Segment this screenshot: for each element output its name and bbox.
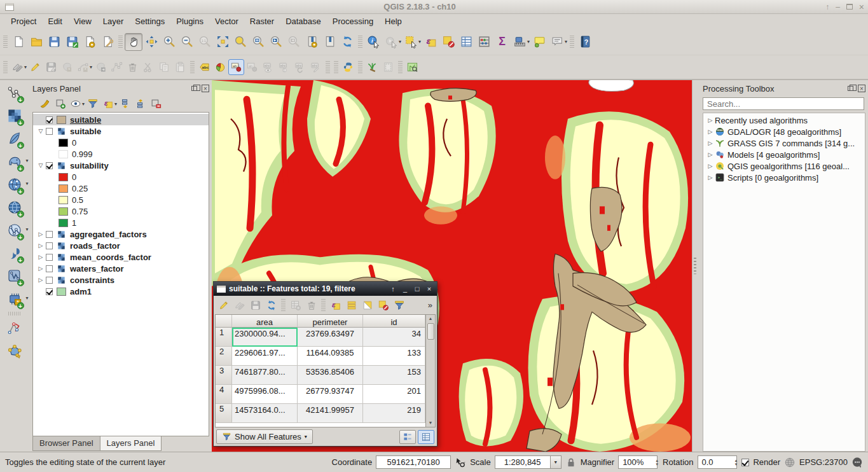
expander-icon[interactable]: ▷: [36, 265, 46, 272]
pan-to-selection-icon[interactable]: [142, 33, 160, 51]
layer-checkbox[interactable]: [46, 128, 53, 135]
cell-area[interactable]: 4975996.08...: [232, 385, 298, 404]
legend-entry[interactable]: 0: [33, 137, 209, 148]
add-wms-layer-icon[interactable]: +: [2, 196, 27, 219]
text-annotation-icon[interactable]: [548, 33, 566, 51]
table-row[interactable]: 44975996.08...26779.93747201: [216, 385, 425, 404]
close-panel-button[interactable]: ×: [858, 85, 865, 92]
layer-checkbox[interactable]: [46, 277, 53, 284]
refresh-map-icon[interactable]: [338, 33, 356, 51]
scroll-down-arrow[interactable]: ▼: [429, 419, 433, 427]
menu-plugins[interactable]: Plugins: [170, 15, 209, 27]
row-number[interactable]: 5: [216, 404, 232, 423]
expander-icon[interactable]: ▽: [36, 128, 46, 134]
show-all-features-button[interactable]: Show All Features ▾: [216, 429, 313, 444]
scroll-up-arrow[interactable]: ▲: [429, 315, 433, 323]
render-checkbox[interactable]: [741, 459, 749, 466]
add-delimited-text-layer-icon[interactable]: +: [2, 242, 27, 265]
expander-icon[interactable]: ▷: [36, 242, 46, 249]
add-wfs-layer-icon[interactable]: +▾: [2, 219, 27, 242]
invert-selection-icon[interactable]: [359, 298, 375, 313]
zoom-full-icon[interactable]: [214, 33, 231, 51]
algorithm-group[interactable]: ▷Recently used algorithms: [703, 115, 865, 126]
add-group-icon[interactable]: [53, 96, 68, 111]
table-row[interactable]: 37461877.80...53536.85406153: [216, 366, 425, 385]
tab-layers-panel[interactable]: Layers Panel: [100, 436, 162, 451]
layer-diagram-icon[interactable]: [212, 59, 228, 75]
rotation-spinner[interactable]: ▲▼: [734, 456, 738, 469]
current-edits-icon[interactable]: [10, 59, 25, 75]
manage-visibility-icon[interactable]: [68, 96, 83, 111]
layer-checkbox[interactable]: [46, 288, 53, 295]
menu-vector[interactable]: Vector: [209, 15, 244, 27]
zoom-to-selection-icon[interactable]: [231, 33, 249, 51]
menu-edit[interactable]: Edit: [42, 15, 67, 27]
cell-area[interactable]: 2296061.97...: [232, 347, 298, 366]
menu-help[interactable]: Help: [379, 15, 408, 27]
restore-button[interactable]: [846, 4, 853, 10]
lock-scale-icon[interactable]: [565, 457, 577, 468]
cell-id[interactable]: 201: [363, 385, 425, 404]
crs-label[interactable]: EPSG:23700: [799, 457, 848, 467]
cell-area[interactable]: 2300000.94...: [232, 328, 298, 347]
dialog-shade-button[interactable]: ↑: [389, 284, 397, 293]
open-attribute-table-icon[interactable]: [457, 33, 475, 51]
dialog-minimize-button[interactable]: _: [401, 284, 410, 293]
dialog-close-button[interactable]: ×: [425, 284, 434, 293]
algorithm-group[interactable]: ▷GRASS GIS 7 commands [314 g...: [703, 137, 865, 149]
legend-entry[interactable]: 0.5: [33, 194, 209, 205]
geometry-tool-icon[interactable]: [2, 340, 27, 363]
menu-database[interactable]: Database: [280, 15, 327, 27]
map-tips-icon[interactable]: [530, 33, 548, 51]
legend-entry[interactable]: 0: [33, 171, 209, 183]
attribute-dialog-titlebar[interactable]: suitable :: Features total: 19, filtere …: [214, 282, 437, 296]
select-by-expression-icon[interactable]: ε: [422, 33, 439, 51]
processing-search[interactable]: [703, 97, 864, 110]
layer-item-suitable[interactable]: suitable: [33, 114, 209, 125]
pan-map-icon[interactable]: [125, 33, 142, 51]
form-view-toggle[interactable]: [399, 430, 416, 444]
layer-checkbox[interactable]: [46, 116, 53, 123]
menu-settings[interactable]: Settings: [129, 15, 170, 27]
zoom-out-icon[interactable]: [178, 33, 196, 51]
add-mssql-layer-icon[interactable]: +▾: [2, 173, 27, 196]
mouse-extent-toggle-icon[interactable]: [455, 457, 466, 468]
scroll-thumb[interactable]: [427, 323, 434, 340]
layer-item-aggregated_factors[interactable]: ▷aggregated_factors: [33, 228, 209, 240]
expander-icon[interactable]: ▷: [706, 117, 715, 123]
expand-all-icon[interactable]: [118, 96, 133, 111]
expander-icon[interactable]: ▷: [706, 140, 715, 146]
magnifier-spinner[interactable]: ▲▼: [655, 456, 659, 469]
toggle-editing-icon[interactable]: [27, 59, 43, 75]
identify-features-icon[interactable]: i: [364, 33, 382, 51]
legend-entry[interactable]: 0.25: [33, 183, 209, 194]
select-all-icon[interactable]: [343, 298, 359, 313]
add-postgis-layer-icon[interactable]: +▾: [2, 150, 27, 173]
toolbar-overflow-button[interactable]: »: [425, 300, 435, 310]
close-panel-button[interactable]: ×: [202, 85, 209, 92]
table-view-toggle[interactable]: [418, 430, 434, 444]
osm-place-search-icon[interactable]: [404, 59, 420, 75]
filter-select-icon[interactable]: [391, 298, 407, 313]
dropdown-caret-icon[interactable]: ▾: [25, 181, 28, 186]
python-console-icon[interactable]: [340, 59, 356, 75]
layer-styling-icon[interactable]: [38, 96, 53, 111]
cell-perimeter[interactable]: 26779.93747: [298, 385, 363, 404]
expander-icon[interactable]: ▷: [706, 128, 715, 135]
measure-icon[interactable]: [511, 33, 528, 51]
expander-icon[interactable]: ▷: [36, 254, 46, 260]
deselect-all-icon[interactable]: [375, 298, 391, 313]
menu-layer[interactable]: Layer: [97, 15, 130, 27]
cell-area[interactable]: 14573164.0...: [232, 404, 298, 423]
row-number[interactable]: 2: [216, 347, 232, 366]
check-geometries-icon[interactable]: [2, 317, 27, 340]
show-bookmarks-icon[interactable]: [320, 33, 338, 51]
add-vector-layer-icon[interactable]: +: [2, 81, 27, 104]
magnifier-input[interactable]: 100%: [618, 455, 658, 469]
table-row[interactable]: 514573164.0...42141.99957219: [216, 404, 425, 423]
expander-icon[interactable]: ▽: [36, 162, 46, 169]
table-row[interactable]: 12300000.94...23769.6349734: [216, 328, 425, 347]
layer-item-suitable[interactable]: ▽suitable: [33, 125, 209, 137]
filter-legend-icon[interactable]: [85, 96, 100, 111]
deselect-all-icon[interactable]: [439, 33, 457, 51]
